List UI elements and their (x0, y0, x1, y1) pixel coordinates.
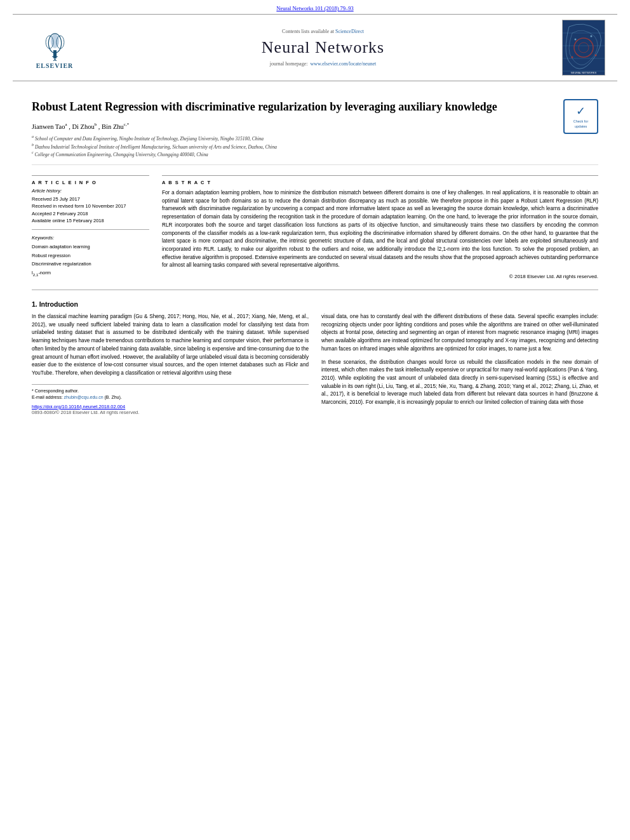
journal-link[interactable]: Neural Networks 101 (2018) 79–93 (276, 5, 353, 11)
sciencedirect-link[interactable]: ScienceDirect (335, 29, 364, 34)
revised-date: Received in revised form 10 November 201… (32, 203, 149, 210)
author2-name: , Di Zhou (69, 123, 95, 130)
svg-text:NEURAL NETWORKS: NEURAL NETWORKS (570, 71, 596, 74)
svg-point-2 (50, 34, 59, 48)
journal-name: Neural Networks (262, 38, 384, 57)
affiliation-b: Dazhou Industrial Technological Institut… (35, 143, 277, 149)
svg-point-5 (53, 53, 56, 55)
introduction-heading: 1. Introduction (32, 300, 598, 308)
page-container: Neural Networks 101 (2018) 79–93 ELSEVIE… (0, 0, 630, 428)
left-column: A R T I C L E I N F O Article history: R… (32, 175, 149, 279)
elsevier-wordmark: ELSEVIER (36, 62, 74, 69)
journal-header: ELSEVIER Contents lists available at Sci… (13, 14, 617, 81)
svg-point-19 (594, 55, 596, 57)
article-title-section: Robust Latent Regression with discrimina… (32, 99, 598, 165)
abstract-text: For a domain adaptation learning problem… (162, 189, 598, 270)
main-content: Robust Latent Regression with discrimina… (0, 81, 630, 428)
section-separator (32, 290, 598, 290)
check-updates-icon: ✓ (576, 104, 586, 118)
check-updates-badge: ✓ Check for updates (563, 99, 598, 134)
keywords-label: Keywords: (32, 235, 149, 241)
svg-point-17 (574, 39, 576, 41)
article-info-section: A R T I C L E I N F O Article history: R… (32, 175, 149, 277)
svg-line-8 (53, 59, 55, 61)
authors: Jianwen Taoa , Di Zhoub , Bin Zhuc,* (32, 122, 551, 130)
intro-para2: visual data, one has to constantly deal … (321, 313, 598, 354)
svg-point-20 (571, 57, 573, 58)
affiliations: a School of Computer and Data Engineerin… (32, 134, 551, 158)
affiliation-a: School of Computer and Data Engineering,… (35, 135, 264, 141)
abstract-section: A B S T R A C T For a domain adaptation … (162, 175, 598, 279)
keywords-list: Domain adaptation learning Robust regres… (32, 243, 149, 277)
affiliation-c: College of Communication Engineering, Ch… (35, 152, 208, 157)
author1-sup: a (65, 122, 67, 127)
copyright-line: © 2018 Elsevier Ltd. All rights reserved… (162, 274, 598, 279)
cover-placeholder: NEURAL NETWORKS (562, 20, 605, 76)
footnote-section: * Corresponding author. E-mail address: … (32, 384, 309, 415)
author3-name: , Bin Zhu (98, 123, 124, 130)
body-right-col: visual data, one has to constantly deal … (321, 313, 598, 415)
author3-sup: c,* (124, 122, 129, 127)
intro-para1: In the classical machine learning paradi… (32, 313, 309, 378)
author1-name: Jianwen Tao (32, 123, 65, 130)
introduction-section: 1. Introduction In the classical machine… (32, 300, 598, 415)
issn-line: 0893-6080/© 2018 Elsevier Ltd. All right… (32, 410, 309, 415)
keyword-4: l2,1-norm (32, 269, 149, 278)
elsevier-tree-icon (37, 26, 72, 61)
cover-art: NEURAL NETWORKS (563, 20, 605, 75)
body-left-col: In the classical machine learning paradi… (32, 313, 309, 415)
right-column: A B S T R A C T For a domain adaptation … (162, 175, 598, 279)
journal-title-center: Contents lists available at ScienceDirec… (86, 20, 560, 76)
footnote-corresponding: * Corresponding author. (32, 388, 309, 395)
intro-para3: In these scenarios, the distribution cha… (321, 359, 598, 407)
doi-link[interactable]: https://doi.org/10.1016/j.neunet.2018.02… (32, 404, 309, 410)
article-title-text: Robust Latent Regression with discrimina… (32, 99, 563, 158)
contents-available-line: Contents lists available at ScienceDirec… (282, 29, 364, 34)
article-info-abstract-row: A R T I C L E I N F O Article history: R… (32, 175, 598, 279)
author2-sup: b (95, 122, 97, 127)
received-date: Received 25 July 2017 (32, 196, 149, 203)
homepage-line: journal homepage: www.elsevier.com/locat… (270, 61, 377, 67)
divider (32, 229, 149, 230)
keyword-1: Domain adaptation learning (32, 243, 149, 251)
keyword-3: Discriminative regularization (32, 260, 149, 269)
abstract-label: A B S T R A C T (162, 180, 598, 185)
elsevier-logo: ELSEVIER (23, 20, 86, 76)
journal-cover-image: NEURAL NETWORKS (560, 20, 607, 76)
homepage-url[interactable]: www.elsevier.com/locate/neunet (310, 61, 376, 67)
journal-link-bar: Neural Networks 101 (2018) 79–93 (0, 0, 630, 14)
article-title: Robust Latent Regression with discrimina… (32, 99, 551, 114)
keyword-2: Robust regression (32, 251, 149, 260)
body-two-col: In the classical machine learning paradi… (32, 313, 598, 415)
article-info-label: A R T I C L E I N F O (32, 180, 149, 185)
accepted-date: Accepted 2 February 2018 (32, 210, 149, 217)
available-date: Available online 15 February 2018 (32, 217, 149, 224)
email-link[interactable]: zhubin@cqu.edu.cn (64, 395, 104, 399)
history-label: Article history: (32, 188, 149, 194)
svg-line-9 (55, 59, 57, 61)
footnote-email: E-mail address: zhubin@cqu.edu.cn (B. Zh… (32, 394, 309, 401)
svg-point-18 (590, 36, 592, 37)
check-updates-label: Check for updates (567, 119, 594, 128)
